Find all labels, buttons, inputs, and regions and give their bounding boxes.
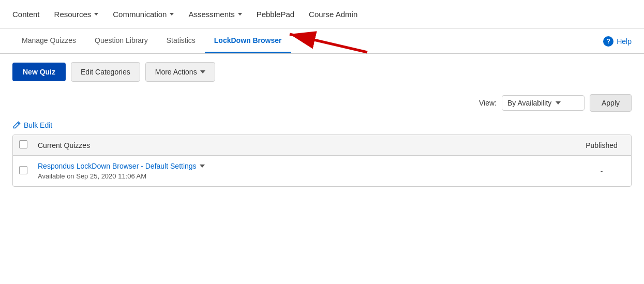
quiz-published-status: - — [578, 167, 625, 175]
nav-pebblepad[interactable]: PebblePad — [257, 10, 294, 19]
view-row: View: By Availability Apply — [0, 90, 644, 116]
tab-manage-quizzes[interactable]: Manage Quizzes — [12, 29, 85, 53]
action-bar: New Quiz Edit Categories More Actions — [0, 54, 644, 90]
table-header: Current Quizzes Published — [13, 135, 631, 156]
tab-bar: Manage Quizzes Question Library Statisti… — [0, 29, 644, 54]
nav-course-admin[interactable]: Course Admin — [309, 10, 357, 19]
view-select-chevron-icon — [556, 101, 561, 104]
help-button[interactable]: ? Help — [603, 32, 632, 51]
tab-lockdown-browser[interactable]: LockDown Browser — [205, 29, 291, 53]
header-checkbox-cell — [19, 140, 38, 150]
bulk-edit-button[interactable]: Bulk Edit — [12, 121, 52, 129]
tab-statistics[interactable]: Statistics — [157, 29, 205, 53]
quiz-availability: Available on Sep 25, 2020 11:06 AM — [38, 172, 578, 180]
view-label: View: — [479, 99, 497, 107]
resources-chevron-icon — [94, 13, 98, 16]
row-checkbox[interactable] — [19, 166, 27, 174]
edit-categories-button[interactable]: Edit Categories — [71, 62, 140, 82]
quiz-title-chevron-icon — [200, 165, 205, 168]
apply-button[interactable]: Apply — [590, 94, 632, 112]
nav-assessments[interactable]: Assessments — [188, 10, 242, 19]
view-select[interactable]: By Availability — [502, 95, 585, 111]
new-quiz-button[interactable]: New Quiz — [12, 63, 66, 81]
assessments-chevron-icon — [238, 13, 242, 16]
table-row: Respondus LockDown Browser - Default Set… — [13, 156, 631, 186]
tab-question-library[interactable]: Question Library — [85, 29, 157, 53]
row-content: Respondus LockDown Browser - Default Set… — [38, 162, 578, 180]
more-actions-button[interactable]: More Actions — [145, 62, 215, 82]
tab-bar-left: Manage Quizzes Question Library Statisti… — [12, 29, 291, 53]
nav-resources[interactable]: Resources — [54, 10, 99, 19]
top-navigation: Content Resources Communication Assessme… — [0, 0, 644, 29]
pencil-icon — [12, 121, 21, 129]
help-icon: ? — [603, 36, 613, 47]
nav-communication[interactable]: Communication — [113, 10, 174, 19]
nav-content[interactable]: Content — [12, 10, 40, 19]
quiz-table: Current Quizzes Published Respondus Lock… — [12, 134, 632, 187]
row-checkbox-cell — [19, 166, 38, 176]
quiz-col-header: Current Quizzes — [38, 141, 578, 150]
select-all-checkbox[interactable] — [19, 140, 27, 148]
communication-chevron-icon — [170, 13, 174, 16]
published-col-header: Published — [578, 141, 625, 150]
quiz-title-link[interactable]: Respondus LockDown Browser - Default Set… — [38, 162, 578, 170]
bulk-edit-row: Bulk Edit — [0, 116, 644, 134]
more-actions-chevron-icon — [200, 70, 205, 73]
svg-line-1 — [290, 34, 367, 52]
